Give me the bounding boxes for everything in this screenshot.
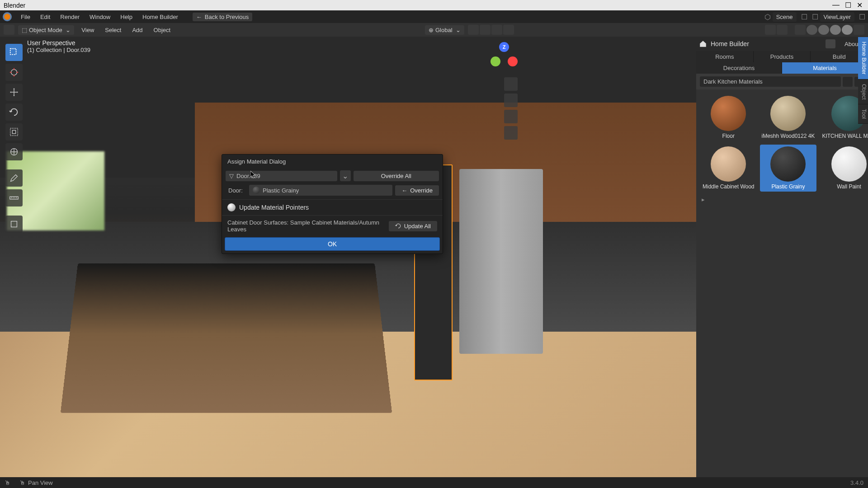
override-all-button[interactable]: Override All: [354, 171, 439, 181]
dialog-title: Assign Material Dialog: [222, 155, 443, 169]
snap-mode-icon[interactable]: [480, 25, 491, 35]
viewport-3d[interactable]: User Perspective (1) Collection | Door.0…: [0, 37, 696, 477]
overlay-icon[interactable]: [777, 25, 788, 35]
rendered-shading-icon[interactable]: [842, 25, 853, 35]
material-wood[interactable]: iMeshh Wood0122 4K: [760, 94, 817, 141]
dialog-object-dropdown[interactable]: ⌄: [340, 170, 351, 181]
scene-icon: ⬡: [764, 13, 771, 21]
new-scene-icon[interactable]: ☐: [801, 13, 807, 21]
main-area: User Perspective (1) Collection | Door.0…: [0, 37, 868, 477]
category-expand-icon[interactable]: [843, 77, 853, 87]
object-path-label: (1) Collection | Door.039: [27, 47, 90, 53]
gizmo-icon[interactable]: [765, 25, 776, 35]
material-wall-paint[interactable]: Wall Paint: [820, 145, 868, 192]
svg-rect-18: [11, 221, 17, 227]
snap-group: [468, 25, 514, 35]
scale-tool[interactable]: [5, 123, 23, 141]
material-label: Middle Cabinet Wood: [703, 183, 755, 190]
dialog-material-field[interactable]: Plastic Grainy: [249, 185, 392, 196]
tab-products[interactable]: Products: [754, 51, 811, 62]
pointer-icon: [227, 203, 236, 211]
side-tab-object[interactable]: Object: [858, 80, 868, 105]
proportional-icon[interactable]: [491, 25, 502, 35]
material-label: iMeshh Wood0122 4K: [762, 133, 815, 139]
material-floor[interactable]: Floor: [701, 94, 756, 141]
perspective-toggle-icon[interactable]: [504, 126, 518, 140]
override-button[interactable]: ← Override: [395, 185, 439, 196]
annotate-tool[interactable]: [5, 169, 23, 187]
editor-type-icon[interactable]: [4, 25, 14, 35]
left-tool-panel: [3, 40, 25, 236]
orientation-selector[interactable]: ⊕Global ⌄: [425, 25, 464, 35]
maximize-icon[interactable]: ☐: [845, 1, 851, 9]
mode-selector[interactable]: ⬚Object Mode ⌄: [18, 25, 74, 35]
gizmo-z-icon[interactable]: Z: [499, 42, 509, 52]
pan-icon[interactable]: [504, 94, 518, 107]
move-tool[interactable]: [5, 84, 23, 101]
menu-file[interactable]: File: [16, 12, 35, 22]
door-label: Door:: [226, 187, 246, 194]
material-shading-icon[interactable]: [830, 25, 841, 35]
xray-icon[interactable]: [795, 25, 806, 35]
gizmo-x-icon[interactable]: [508, 56, 518, 66]
toolbar-add[interactable]: Add: [128, 25, 146, 35]
category-selector[interactable]: Dark Kitchen Materials: [700, 76, 841, 87]
back-button[interactable]: ← Back to Previous: [193, 13, 253, 21]
measure-tool[interactable]: [5, 189, 23, 206]
mouse-middle-icon: 🖱: [19, 479, 25, 486]
close-icon[interactable]: ✕: [857, 1, 863, 9]
zoom-icon[interactable]: [504, 77, 518, 91]
main-tabs: Rooms Products Build: [696, 51, 868, 62]
menu-edit[interactable]: Edit: [36, 12, 55, 22]
update-pointers-section: Update Material Pointers: [222, 199, 443, 216]
scene-name-field[interactable]: Scene: [773, 12, 797, 22]
expand-grid-icon[interactable]: ▸: [696, 196, 868, 206]
shading-dropdown-icon[interactable]: [854, 25, 864, 35]
svg-rect-8: [12, 130, 15, 133]
snap-icon[interactable]: [468, 25, 479, 35]
blender-logo-icon[interactable]: [3, 12, 12, 21]
menu-window[interactable]: Window: [85, 12, 115, 22]
side-tab-home-builder[interactable]: Home Builder: [858, 37, 868, 80]
wireframe-shading-icon[interactable]: [807, 25, 817, 35]
menu-help[interactable]: Help: [116, 12, 137, 22]
mouse-cursor-icon: [250, 171, 257, 179]
toolbar-view[interactable]: View: [78, 25, 98, 35]
dialog-object-field[interactable]: ▽ Door.039: [226, 171, 337, 181]
cursor-tool[interactable]: [5, 64, 23, 81]
transform-tool[interactable]: [5, 143, 23, 160]
rotate-tool[interactable]: [5, 103, 23, 121]
navigation-gizmo[interactable]: Z: [491, 42, 518, 69]
toolbar-select[interactable]: Select: [101, 25, 125, 35]
update-all-label: Update All: [404, 223, 431, 230]
gizmo-y-icon[interactable]: [491, 56, 500, 66]
override-label: Override: [410, 187, 433, 194]
toolbar-object[interactable]: Object: [150, 25, 175, 35]
solid-shading-icon[interactable]: [818, 25, 829, 35]
side-tab-tool[interactable]: Tool: [858, 104, 868, 124]
menu-render[interactable]: Render: [56, 12, 84, 22]
material-plastic-grainy[interactable]: Plastic Grainy: [760, 145, 817, 192]
status-pan-label: Pan View: [28, 479, 53, 486]
select-tool[interactable]: [5, 44, 23, 61]
menu-home-builder[interactable]: Home Builder: [138, 12, 183, 22]
window-title-bar: Blender — ☐ ✕: [0, 0, 868, 10]
svg-rect-13: [10, 197, 18, 199]
info-button[interactable]: [826, 39, 835, 48]
ok-button[interactable]: OK: [225, 237, 440, 251]
tab-materials[interactable]: Materials: [782, 62, 868, 74]
plastic-sphere-icon: [770, 146, 806, 182]
minimize-icon[interactable]: —: [832, 1, 840, 9]
viewlayer-name-field[interactable]: ViewLayer: [820, 12, 854, 22]
new-layer-icon[interactable]: ☐: [859, 13, 865, 21]
material-middle-cabinet[interactable]: Middle Cabinet Wood: [701, 145, 756, 192]
update-all-button[interactable]: Update All: [389, 221, 437, 231]
arrow-left-icon: ←: [401, 187, 407, 194]
tab-decorations[interactable]: Decorations: [696, 62, 782, 74]
tab-rooms[interactable]: Rooms: [696, 51, 754, 62]
camera-view-icon[interactable]: [504, 110, 518, 123]
orientation-label: Global: [435, 27, 453, 33]
add-cube-tool[interactable]: [5, 216, 23, 233]
material-preview-icon: [253, 187, 260, 194]
proportional-mode-icon[interactable]: [503, 25, 514, 35]
